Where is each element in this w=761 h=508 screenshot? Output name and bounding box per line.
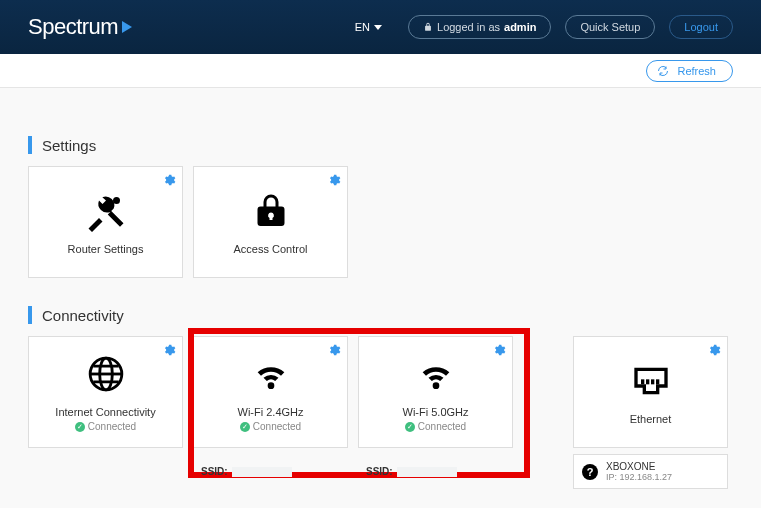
status-text: Connected bbox=[88, 421, 136, 432]
status-text: Connected bbox=[253, 421, 301, 432]
refresh-label: Refresh bbox=[677, 65, 716, 77]
logged-in-prefix: Logged in as bbox=[437, 21, 500, 33]
question-icon: ? bbox=[582, 464, 598, 480]
card-status: ✓ Connected bbox=[405, 421, 466, 432]
quick-setup-label: Quick Setup bbox=[580, 21, 640, 33]
ssid-label: SSID: bbox=[201, 466, 228, 477]
wifi-icon bbox=[251, 352, 291, 396]
card-router-settings[interactable]: Router Settings bbox=[28, 166, 183, 278]
check-icon: ✓ bbox=[240, 422, 250, 432]
card-wifi-24ghz[interactable]: Wi-Fi 2.4GHz ✓ Connected bbox=[193, 336, 348, 448]
main-content: Settings Router Settings Access Control … bbox=[0, 88, 761, 489]
card-status: ✓ Connected bbox=[75, 421, 136, 432]
card-status: ✓ Connected bbox=[240, 421, 301, 432]
brand-logo: Spectrum bbox=[28, 14, 132, 40]
card-access-control[interactable]: Access Control bbox=[193, 166, 348, 278]
lock-icon bbox=[253, 189, 289, 233]
ssid-value-redacted bbox=[397, 467, 457, 477]
brand-text: Spectrum bbox=[28, 14, 118, 40]
ssid-cell-50ghz: SSID: bbox=[358, 454, 513, 489]
logout-label: Logout bbox=[684, 21, 718, 33]
card-ethernet[interactable]: Ethernet bbox=[573, 336, 728, 448]
section-accent-bar bbox=[28, 136, 32, 154]
bottom-info-row: SSID: SSID: ? XBOXONE IP: 192.168.1.27 bbox=[28, 454, 733, 489]
device-ip-value: 192.168.1.27 bbox=[620, 472, 673, 482]
ssid-cell-24ghz: SSID: bbox=[193, 454, 348, 489]
check-icon: ✓ bbox=[75, 422, 85, 432]
globe-icon bbox=[87, 352, 125, 396]
card-label: Internet Connectivity bbox=[55, 406, 155, 418]
check-icon: ✓ bbox=[405, 422, 415, 432]
settings-row: Router Settings Access Control bbox=[28, 166, 733, 278]
connectivity-row: Internet Connectivity ✓ Connected Wi-Fi … bbox=[28, 336, 733, 448]
gear-icon[interactable] bbox=[162, 173, 176, 187]
status-text: Connected bbox=[418, 421, 466, 432]
refresh-icon bbox=[657, 65, 669, 77]
chevron-down-icon bbox=[374, 25, 382, 30]
quick-setup-button[interactable]: Quick Setup bbox=[565, 15, 655, 39]
gear-icon[interactable] bbox=[327, 173, 341, 187]
section-title: Connectivity bbox=[42, 307, 124, 324]
refresh-button[interactable]: Refresh bbox=[646, 60, 733, 82]
ssid-label: SSID: bbox=[366, 466, 393, 477]
svg-point-0 bbox=[113, 197, 120, 204]
language-label: EN bbox=[355, 21, 370, 33]
lock-icon bbox=[423, 22, 433, 32]
gear-icon[interactable] bbox=[327, 343, 341, 357]
device-name: XBOXONE bbox=[606, 461, 672, 472]
ssid-value-redacted bbox=[232, 467, 292, 477]
logout-button[interactable]: Logout bbox=[669, 15, 733, 39]
card-internet-connectivity[interactable]: Internet Connectivity ✓ Connected bbox=[28, 336, 183, 448]
section-accent-bar bbox=[28, 306, 32, 324]
device-ip-row: IP: 192.168.1.27 bbox=[606, 472, 672, 482]
top-header: Spectrum EN Logged in as admin Quick Set… bbox=[0, 0, 761, 54]
logged-in-pill: Logged in as admin bbox=[408, 15, 551, 39]
card-label: Access Control bbox=[234, 243, 308, 255]
gear-icon[interactable] bbox=[492, 343, 506, 357]
section-title: Settings bbox=[42, 137, 96, 154]
card-wifi-50ghz[interactable]: Wi-Fi 5.0GHz ✓ Connected bbox=[358, 336, 513, 448]
gear-icon[interactable] bbox=[162, 343, 176, 357]
sub-header: Refresh bbox=[0, 54, 761, 88]
device-ip-label: IP: bbox=[606, 472, 617, 482]
gear-icon[interactable] bbox=[707, 343, 721, 357]
logged-in-user: admin bbox=[504, 21, 536, 33]
brand-triangle-icon bbox=[122, 21, 132, 33]
device-panel[interactable]: ? XBOXONE IP: 192.168.1.27 bbox=[573, 454, 728, 489]
tools-icon bbox=[85, 189, 127, 233]
card-label: Router Settings bbox=[68, 243, 144, 255]
card-label: Wi-Fi 2.4GHz bbox=[238, 406, 304, 418]
wifi-icon bbox=[416, 352, 456, 396]
card-label: Wi-Fi 5.0GHz bbox=[403, 406, 469, 418]
card-label: Ethernet bbox=[630, 413, 672, 425]
ethernet-icon bbox=[631, 359, 671, 403]
section-header-settings: Settings bbox=[28, 136, 733, 154]
language-selector[interactable]: EN bbox=[355, 21, 382, 33]
section-header-connectivity: Connectivity bbox=[28, 306, 733, 324]
